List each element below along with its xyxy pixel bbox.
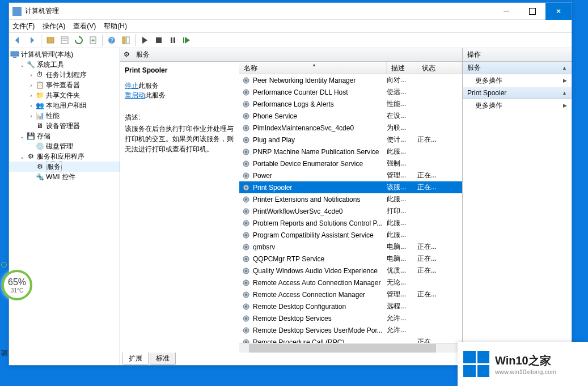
restart-service-link[interactable]: 重启动 xyxy=(125,91,145,99)
help-button[interactable]: ? xyxy=(105,34,118,46)
tree-performance[interactable]: ›📊性能 xyxy=(9,111,120,121)
collapse-icon[interactable]: ⌄ xyxy=(18,154,26,160)
actions-more-print-spooler[interactable]: 更多操作▶ xyxy=(463,99,572,112)
list-body[interactable]: Peer Networking Identity Manager向对...Per… xyxy=(239,74,462,343)
tree-device-manager[interactable]: 🖥设备管理器 xyxy=(9,121,120,131)
tab-standard[interactable]: 标准 xyxy=(150,353,176,365)
service-row[interactable]: qmbsrv电脑...正在... xyxy=(239,241,462,253)
service-row[interactable]: Power管理...正在... xyxy=(239,169,462,181)
tree-event-viewer[interactable]: ›📋事件查看器 xyxy=(9,80,120,90)
export-button[interactable] xyxy=(87,34,99,46)
service-desc: 允许... xyxy=(387,313,417,323)
actions-pane: 操作 服务▲ 更多操作▶ Print Spooler▲ 更多操作▶ xyxy=(463,48,572,365)
column-desc[interactable]: 描述 xyxy=(387,62,417,74)
menu-view[interactable]: 查看(V) xyxy=(73,22,96,31)
service-row[interactable]: Plug and Play使计...正在... xyxy=(239,134,462,146)
horizontal-scrollbar[interactable] xyxy=(239,343,462,353)
start-service-button[interactable] xyxy=(138,34,151,46)
cpu-widget[interactable]: 65% 31°C xyxy=(2,270,32,300)
service-row[interactable]: Peer Networking Identity Manager向对... xyxy=(239,74,462,86)
perf-icon: 📊 xyxy=(35,111,44,120)
service-row[interactable]: PNRP Machine Name Publication Service此服.… xyxy=(239,146,462,158)
svg-rect-12 xyxy=(171,37,172,43)
app-icon xyxy=(12,7,22,16)
restart-service-button[interactable] xyxy=(181,34,193,46)
logo-text: Win10之家 xyxy=(495,353,556,368)
service-row[interactable]: Printer Extensions and Notifications此服..… xyxy=(239,193,462,205)
tree-task-scheduler[interactable]: ›⏱任务计划程序 xyxy=(9,70,120,80)
expand-icon[interactable]: › xyxy=(27,72,35,78)
actions-section-services[interactable]: 服务▲ xyxy=(463,62,572,74)
up-button[interactable] xyxy=(44,34,57,46)
gear-icon xyxy=(242,231,251,240)
expand-icon[interactable]: › xyxy=(27,103,35,109)
svg-point-37 xyxy=(245,186,247,189)
svg-point-41 xyxy=(245,210,247,213)
tree-services[interactable]: ⚙服务 xyxy=(9,162,120,172)
scrollbar-thumb[interactable] xyxy=(249,344,436,353)
expand-icon[interactable]: › xyxy=(27,92,35,99)
wmi-icon: 🔩 xyxy=(35,172,44,181)
tree-root[interactable]: 计算机管理(本地) xyxy=(9,49,120,60)
column-status[interactable]: 状态 xyxy=(417,62,462,74)
actions-section-print-spooler[interactable]: Print Spooler▲ xyxy=(463,87,572,99)
minimize-button[interactable] xyxy=(493,3,519,20)
service-row[interactable]: Remote Access Connection Manager管理...正在.… xyxy=(239,289,462,300)
expand-icon[interactable]: › xyxy=(27,113,35,119)
tree-local-users[interactable]: ›👥本地用户和组 xyxy=(9,100,120,111)
service-row[interactable]: Remote Access Auto Connection Manager无论.… xyxy=(239,277,462,289)
tree-services-apps[interactable]: ⌄⚙服务和应用程序 xyxy=(9,151,120,162)
service-row[interactable]: Performance Logs & Alerts性能... xyxy=(239,98,462,110)
show-hide-button[interactable] xyxy=(120,34,132,46)
service-row[interactable]: QQPCMgr RTP Service电脑...正在... xyxy=(239,253,462,265)
stop-service-link[interactable]: 停止 xyxy=(125,82,138,90)
close-button[interactable] xyxy=(545,3,572,20)
gear-icon xyxy=(242,183,251,192)
menu-file[interactable]: 文件(F) xyxy=(12,22,35,31)
properties-button[interactable] xyxy=(58,34,71,46)
service-name: Quality Windows Audio Video Experience xyxy=(253,267,378,275)
service-row[interactable]: Remote Desktop Services允许... xyxy=(239,312,462,324)
service-row[interactable]: PrintWorkflowUserSvc_4cde0打印... xyxy=(239,205,462,217)
maximize-button[interactable] xyxy=(519,3,545,20)
service-row[interactable]: Portable Device Enumerator Service强制... xyxy=(239,158,462,169)
service-desc: 此服... xyxy=(387,218,417,228)
service-row[interactable]: Remote Desktop Configuration远程... xyxy=(239,300,462,312)
nav-forward-button[interactable] xyxy=(26,34,38,46)
services-header: ⚙ 服务 xyxy=(120,48,462,62)
expand-icon[interactable]: › xyxy=(27,82,35,88)
service-row[interactable]: Remote Desktop Services UserMode Por...允… xyxy=(239,324,462,336)
service-row[interactable]: PimIndexMaintenanceSvc_4cde0为联... xyxy=(239,122,462,134)
tree-pane[interactable]: 计算机管理(本地) ⌄🔧系统工具 ›⏱任务计划程序 ›📋事件查看器 ›📁共享文件… xyxy=(9,48,120,365)
collapse-icon[interactable]: ⌄ xyxy=(18,133,26,139)
tree-disk-management[interactable]: 💿磁盘管理 xyxy=(9,141,120,151)
service-desc: 远程... xyxy=(387,302,417,311)
menu-help[interactable]: 帮助(H) xyxy=(104,22,127,31)
service-row[interactable]: Performance Counter DLL Host使远... xyxy=(239,86,462,98)
service-name: Remote Access Auto Connection Manager xyxy=(253,279,380,287)
menu-action[interactable]: 操作(A) xyxy=(43,22,65,31)
tree-shared-folders[interactable]: ›📁共享文件夹 xyxy=(9,90,120,100)
refresh-button[interactable] xyxy=(73,34,85,46)
service-status: 正在... xyxy=(417,254,462,264)
services-body: Print Spooler 停止此服务 重启动此服务 描述: 该服务在后台执行打… xyxy=(120,62,462,353)
tree-storage[interactable]: ⌄💾存储 xyxy=(9,131,120,141)
stop-service-button[interactable] xyxy=(153,34,165,46)
collapse-icon[interactable]: ⌄ xyxy=(18,62,26,68)
pause-service-button[interactable] xyxy=(167,34,179,46)
list-header[interactable]: 名称 描述 状态 ▲ xyxy=(239,62,462,74)
tab-extended[interactable]: 扩展 xyxy=(122,353,149,365)
toolbar-separator xyxy=(102,35,103,46)
service-row[interactable]: Problem Reports and Solutions Control P.… xyxy=(239,217,462,229)
tree-wmi[interactable]: 🔩WMI 控件 xyxy=(9,172,120,182)
service-name: Power xyxy=(253,172,272,180)
tree-system-tools[interactable]: ⌄🔧系统工具 xyxy=(9,60,120,70)
service-row[interactable]: Quality Windows Audio Video Experience优质… xyxy=(239,265,462,277)
service-row[interactable]: Remote Procedure Call (RPC)正在... xyxy=(239,336,462,343)
service-row[interactable]: Print Spooler该服...正在... xyxy=(239,181,462,193)
service-row[interactable]: Program Compatibility Assistant Service此… xyxy=(239,229,462,241)
actions-more-services[interactable]: 更多操作▶ xyxy=(463,74,572,87)
footer-tabs: 扩展 标准 xyxy=(120,353,462,365)
service-row[interactable]: Phone Service在设... xyxy=(239,110,462,122)
nav-back-button[interactable] xyxy=(11,34,24,46)
